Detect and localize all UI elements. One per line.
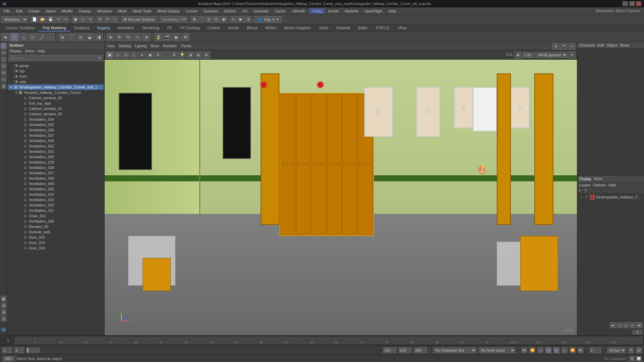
select-by-edge[interactable]: ╱	[38, 33, 46, 41]
menu-surfaces[interactable]: Surfaces	[201, 8, 221, 14]
menu-select[interactable]: Select	[43, 8, 59, 14]
menu-uv[interactable]: UV	[239, 8, 250, 14]
rt-prev-key[interactable]: ⏮	[610, 322, 616, 328]
menu-deform[interactable]: Deform	[221, 8, 239, 14]
tab-motion-graphics[interactable]: Motion Graphics	[280, 25, 315, 32]
transform-ico[interactable]: ⊕	[106, 33, 114, 41]
vp-bounding-box[interactable]: ⊡	[122, 51, 129, 59]
tree-item[interactable]: Ventilation_037	[8, 133, 104, 138]
rotate-ico[interactable]: ↻	[124, 33, 132, 41]
tree-item[interactable]: ▾Hospital_Hallway_Corridor_Corner	[8, 90, 104, 95]
lp-layers[interactable]: Layers	[579, 183, 590, 187]
vp-hardware[interactable]: ▣	[146, 51, 154, 59]
cb-show[interactable]: Show	[620, 43, 629, 47]
outliner-display[interactable]: Display	[9, 49, 21, 53]
vp-gamma-toggle[interactable]: ◐	[515, 51, 522, 59]
render-options-ico[interactable]: ⚙	[181, 33, 190, 41]
lp-options[interactable]: Options	[593, 183, 606, 187]
snap-grid-ico[interactable]: ⊞	[58, 33, 66, 41]
right-frame-input[interactable]	[633, 330, 643, 335]
select-by-component[interactable]: △	[19, 33, 28, 41]
select-by-vertex[interactable]: ·	[47, 33, 55, 41]
vp-cam-options[interactable]: 🎥	[162, 51, 170, 59]
layer-p[interactable]: P	[585, 195, 589, 199]
tab-rendering[interactable]: Rendering	[138, 25, 163, 32]
tree-item[interactable]: side	[8, 79, 104, 84]
open-scene-button[interactable]: 📂	[39, 16, 46, 23]
vp-gamma-value[interactable]	[523, 52, 535, 58]
vp-uv[interactable]: ⊛	[154, 51, 162, 59]
tree-item[interactable]: top	[8, 68, 104, 74]
vp-lights[interactable]: 💡	[178, 51, 186, 59]
menu-openflight[interactable]: OpenFlight	[362, 8, 385, 14]
new-scene-button[interactable]: 📄	[31, 16, 38, 23]
snap-curve-ico[interactable]: ⌒	[67, 33, 75, 41]
range-end-field[interactable]	[383, 347, 396, 353]
rt-prev-frame[interactable]: ◁	[616, 322, 623, 328]
tree-item[interactable]: ▸Kindergarden_Hallway_Corridor_Corner_nc…	[8, 84, 104, 90]
render-settings[interactable]: ▷	[230, 16, 237, 23]
select-tool[interactable]: ▣	[72, 16, 79, 23]
vp-shading-mode[interactable]: ◼	[106, 51, 113, 59]
loop-btn[interactable]: ↺	[628, 347, 634, 353]
tree-item[interactable]: persp	[8, 63, 104, 68]
status-icon2[interactable]: 📊	[636, 356, 641, 361]
menu-3dtoall[interactable]: -3DtoAll-	[289, 8, 309, 14]
vp-icon-maximize[interactable]: ⊞	[552, 43, 559, 50]
quick-layout1[interactable]: ▩	[1, 296, 7, 302]
menu-generate[interactable]: Generate	[251, 8, 271, 14]
paint-tool[interactable]: ✏	[87, 16, 94, 23]
tree-item[interactable]: Chair_013	[8, 213, 104, 219]
tree-item[interactable]: Ventilation_039	[8, 219, 104, 224]
tab-xgen[interactable]: XGen	[315, 25, 332, 32]
tab-sculpting[interactable]: Sculpting	[70, 25, 93, 32]
tab-mash[interactable]: MASH	[261, 25, 280, 32]
quick-layout3[interactable]: ⊞	[1, 309, 7, 315]
rotate-tool-left[interactable]: ↻	[1, 70, 7, 76]
prev-frame[interactable]: ◁	[537, 347, 543, 353]
menu-modify[interactable]: Modify	[59, 8, 75, 14]
timeline-bar[interactable]: 5 10 15 20 25 30 35 40 45 50 55 60 65 70…	[15, 337, 643, 344]
vp-icon-camera[interactable]: 📷	[560, 43, 568, 50]
character-set-select[interactable]: No Character Set	[433, 347, 477, 353]
tree-item[interactable]: Ventilation_035	[8, 122, 104, 127]
menu-mesh-display[interactable]: Mesh Display	[155, 8, 182, 14]
quick-layout2[interactable]: ⊟	[1, 302, 7, 308]
tree-item[interactable]: Cabinet_window_02	[8, 95, 104, 101]
lasso-tool[interactable]: ⬡	[79, 16, 86, 23]
tab-turtle[interactable]: TURTLE	[371, 25, 394, 32]
rotate-tool[interactable]: ↻	[104, 16, 111, 23]
rt-play[interactable]: ▷	[623, 322, 629, 328]
vp-ao[interactable]: ◍	[195, 51, 202, 59]
tree-item[interactable]: Cabinet_window_03	[8, 111, 104, 117]
menu-edit[interactable]: Edit	[13, 8, 25, 14]
anim-total-field[interactable]	[414, 347, 427, 353]
tree-item[interactable]: Outside_wall	[8, 229, 104, 235]
viewport-canvas[interactable]: 🖼 🖼 🖼 🖼	[105, 60, 577, 335]
scale-tool-left[interactable]: ⤡	[1, 76, 7, 82]
range-start-field[interactable]	[2, 347, 12, 353]
vp-panels[interactable]: Panels	[180, 44, 193, 48]
next-frame[interactable]: ▷	[561, 347, 568, 353]
tab-curves-surfaces[interactable]: Curves / Surfaces	[1, 25, 39, 32]
current-frame-field[interactable]	[14, 347, 24, 353]
menu-vray[interactable]: V-Ray	[309, 8, 325, 14]
menu-file[interactable]: File	[1, 8, 13, 14]
ipr-render[interactable]: ▶	[237, 16, 244, 23]
menu-cache[interactable]: Cache	[272, 8, 288, 14]
menu-redshift[interactable]: Redshift	[342, 8, 361, 14]
tab-display[interactable]: Display	[579, 177, 591, 181]
symmetry-btn[interactable]: Symmetry: Off	[160, 16, 188, 23]
menu-curves[interactable]: Curves	[183, 8, 200, 14]
fps-select[interactable]: 24 fps 30 fps	[607, 347, 626, 353]
snap-to-view[interactable]: ◫	[213, 16, 220, 23]
tree-item[interactable]: Ventilation_036	[8, 127, 104, 133]
tree-item[interactable]: Ventilation_025	[8, 186, 104, 192]
move-tool[interactable]: ✛	[97, 16, 103, 23]
tree-item[interactable]: Cabinet_window_01	[8, 106, 104, 111]
cb-object[interactable]: Object	[606, 43, 617, 47]
snap-view-ico[interactable]: ◨	[95, 33, 103, 41]
tree-item[interactable]: Ventilation_029	[8, 160, 104, 165]
vp-iso[interactable]: ◻	[130, 51, 138, 59]
tree-item[interactable]: Ventilation_027	[8, 170, 104, 176]
